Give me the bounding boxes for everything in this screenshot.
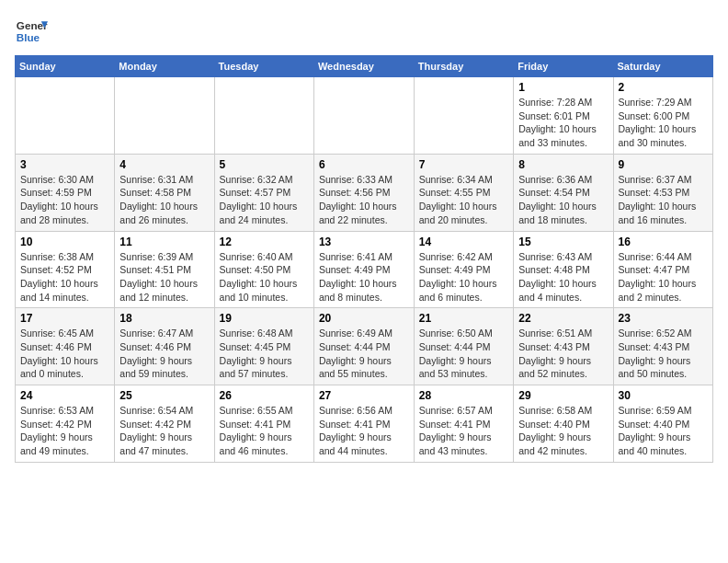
calendar-cell: 18Sunrise: 6:47 AM Sunset: 4:46 PM Dayli… <box>115 308 214 385</box>
day-number: 29 <box>518 389 608 402</box>
day-info: Sunrise: 6:56 AM Sunset: 4:41 PM Dayligh… <box>319 404 409 458</box>
day-info: Sunrise: 6:43 AM Sunset: 4:48 PM Dayligh… <box>518 250 608 304</box>
day-number: 8 <box>518 158 608 171</box>
day-number: 18 <box>119 312 209 325</box>
calendar-cell: 5Sunrise: 6:32 AM Sunset: 4:57 PM Daylig… <box>214 154 313 231</box>
calendar-cell: 10Sunrise: 6:38 AM Sunset: 4:52 PM Dayli… <box>16 231 115 308</box>
day-info: Sunrise: 6:34 AM Sunset: 4:55 PM Dayligh… <box>419 173 508 227</box>
day-info: Sunrise: 6:30 AM Sunset: 4:59 PM Dayligh… <box>20 173 109 227</box>
day-number: 7 <box>419 158 508 171</box>
day-number: 10 <box>20 236 109 248</box>
day-info: Sunrise: 6:40 AM Sunset: 4:50 PM Dayligh… <box>220 250 309 304</box>
day-info: Sunrise: 6:50 AM Sunset: 4:44 PM Dayligh… <box>419 327 508 381</box>
day-number: 16 <box>619 236 708 248</box>
day-info: Sunrise: 6:57 AM Sunset: 4:41 PM Dayligh… <box>419 404 508 458</box>
day-info: Sunrise: 7:28 AM Sunset: 6:01 PM Dayligh… <box>518 96 608 150</box>
day-number: 30 <box>619 389 708 402</box>
weekday-header-wednesday: Wednesday <box>313 56 414 77</box>
day-info: Sunrise: 6:39 AM Sunset: 4:51 PM Dayligh… <box>119 250 209 304</box>
day-number: 23 <box>619 312 708 325</box>
day-number: 21 <box>419 312 508 325</box>
svg-text:Blue: Blue <box>17 31 40 43</box>
day-number: 13 <box>319 236 409 248</box>
day-info: Sunrise: 6:59 AM Sunset: 4:40 PM Dayligh… <box>619 404 708 458</box>
day-info: Sunrise: 6:52 AM Sunset: 4:43 PM Dayligh… <box>619 327 708 381</box>
day-number: 6 <box>319 158 409 171</box>
day-number: 2 <box>619 81 708 94</box>
logo-icon: General Blue <box>15 15 48 48</box>
calendar-cell: 14Sunrise: 6:42 AM Sunset: 4:49 PM Dayli… <box>414 231 513 308</box>
logo: General Blue <box>15 15 48 48</box>
svg-text:General: General <box>17 19 48 31</box>
day-info: Sunrise: 6:31 AM Sunset: 4:58 PM Dayligh… <box>119 173 209 227</box>
calendar-cell: 16Sunrise: 6:44 AM Sunset: 4:47 PM Dayli… <box>613 231 712 308</box>
calendar-cell: 13Sunrise: 6:41 AM Sunset: 4:49 PM Dayli… <box>313 231 414 308</box>
day-number: 15 <box>518 236 608 248</box>
day-info: Sunrise: 6:51 AM Sunset: 4:43 PM Dayligh… <box>518 327 608 381</box>
day-number: 9 <box>619 158 708 171</box>
calendar-cell: 27Sunrise: 6:56 AM Sunset: 4:41 PM Dayli… <box>313 385 414 463</box>
day-number: 11 <box>119 236 209 248</box>
calendar-cell <box>414 77 513 155</box>
calendar-cell: 2Sunrise: 7:29 AM Sunset: 6:00 PM Daylig… <box>613 77 712 155</box>
day-number: 4 <box>119 158 209 171</box>
calendar-header: SundayMondayTuesdayWednesdayThursdayFrid… <box>16 56 713 77</box>
weekday-header-sunday: Sunday <box>16 56 115 77</box>
day-number: 26 <box>220 389 309 402</box>
calendar-cell: 11Sunrise: 6:39 AM Sunset: 4:51 PM Dayli… <box>115 231 214 308</box>
calendar-cell: 1Sunrise: 7:28 AM Sunset: 6:01 PM Daylig… <box>514 77 613 155</box>
day-number: 14 <box>419 236 508 248</box>
calendar-cell <box>16 77 115 155</box>
day-number: 28 <box>419 389 508 402</box>
day-info: Sunrise: 6:41 AM Sunset: 4:49 PM Dayligh… <box>319 250 409 304</box>
calendar-cell: 28Sunrise: 6:57 AM Sunset: 4:41 PM Dayli… <box>414 385 513 463</box>
day-info: Sunrise: 6:33 AM Sunset: 4:56 PM Dayligh… <box>319 173 409 227</box>
calendar-cell <box>115 77 214 155</box>
weekday-header-friday: Friday <box>514 56 613 77</box>
calendar-cell: 21Sunrise: 6:50 AM Sunset: 4:44 PM Dayli… <box>414 308 513 385</box>
calendar-cell <box>214 77 313 155</box>
calendar-cell: 20Sunrise: 6:49 AM Sunset: 4:44 PM Dayli… <box>313 308 414 385</box>
calendar-cell: 30Sunrise: 6:59 AM Sunset: 4:40 PM Dayli… <box>613 385 712 463</box>
day-info: Sunrise: 6:32 AM Sunset: 4:57 PM Dayligh… <box>220 173 309 227</box>
day-number: 5 <box>220 158 309 171</box>
day-info: Sunrise: 6:53 AM Sunset: 4:42 PM Dayligh… <box>20 404 109 458</box>
weekday-header-tuesday: Tuesday <box>214 56 313 77</box>
calendar-cell: 9Sunrise: 6:37 AM Sunset: 4:53 PM Daylig… <box>613 154 712 231</box>
calendar-cell: 26Sunrise: 6:55 AM Sunset: 4:41 PM Dayli… <box>214 385 313 463</box>
day-number: 25 <box>119 389 209 402</box>
day-number: 24 <box>20 389 109 402</box>
day-number: 17 <box>20 312 109 325</box>
day-info: Sunrise: 6:37 AM Sunset: 4:53 PM Dayligh… <box>619 173 708 227</box>
day-info: Sunrise: 7:29 AM Sunset: 6:00 PM Dayligh… <box>619 96 708 150</box>
day-info: Sunrise: 6:54 AM Sunset: 4:42 PM Dayligh… <box>119 404 209 458</box>
day-number: 22 <box>518 312 608 325</box>
day-info: Sunrise: 6:42 AM Sunset: 4:49 PM Dayligh… <box>419 250 508 304</box>
day-info: Sunrise: 6:45 AM Sunset: 4:46 PM Dayligh… <box>20 327 109 381</box>
calendar-cell: 22Sunrise: 6:51 AM Sunset: 4:43 PM Dayli… <box>514 308 613 385</box>
day-info: Sunrise: 6:47 AM Sunset: 4:46 PM Dayligh… <box>119 327 209 381</box>
calendar-cell: 8Sunrise: 6:36 AM Sunset: 4:54 PM Daylig… <box>514 154 613 231</box>
calendar-cell: 4Sunrise: 6:31 AM Sunset: 4:58 PM Daylig… <box>115 154 214 231</box>
day-number: 19 <box>220 312 309 325</box>
weekday-header-thursday: Thursday <box>414 56 513 77</box>
day-info: Sunrise: 6:36 AM Sunset: 4:54 PM Dayligh… <box>518 173 608 227</box>
calendar: SundayMondayTuesdayWednesdayThursdayFrid… <box>15 55 713 463</box>
day-info: Sunrise: 6:44 AM Sunset: 4:47 PM Dayligh… <box>619 250 708 304</box>
calendar-cell: 25Sunrise: 6:54 AM Sunset: 4:42 PM Dayli… <box>115 385 214 463</box>
calendar-week-1: 1Sunrise: 7:28 AM Sunset: 6:01 PM Daylig… <box>16 77 713 155</box>
calendar-cell <box>313 77 414 155</box>
calendar-cell: 6Sunrise: 6:33 AM Sunset: 4:56 PM Daylig… <box>313 154 414 231</box>
day-number: 12 <box>220 236 309 248</box>
day-number: 1 <box>518 81 608 94</box>
calendar-week-3: 10Sunrise: 6:38 AM Sunset: 4:52 PM Dayli… <box>16 231 713 308</box>
calendar-cell: 3Sunrise: 6:30 AM Sunset: 4:59 PM Daylig… <box>16 154 115 231</box>
calendar-week-5: 24Sunrise: 6:53 AM Sunset: 4:42 PM Dayli… <box>16 385 713 463</box>
calendar-cell: 12Sunrise: 6:40 AM Sunset: 4:50 PM Dayli… <box>214 231 313 308</box>
day-info: Sunrise: 6:48 AM Sunset: 4:45 PM Dayligh… <box>220 327 309 381</box>
calendar-cell: 29Sunrise: 6:58 AM Sunset: 4:40 PM Dayli… <box>514 385 613 463</box>
day-info: Sunrise: 6:55 AM Sunset: 4:41 PM Dayligh… <box>220 404 309 458</box>
day-info: Sunrise: 6:58 AM Sunset: 4:40 PM Dayligh… <box>518 404 608 458</box>
day-number: 20 <box>319 312 409 325</box>
calendar-cell: 7Sunrise: 6:34 AM Sunset: 4:55 PM Daylig… <box>414 154 513 231</box>
